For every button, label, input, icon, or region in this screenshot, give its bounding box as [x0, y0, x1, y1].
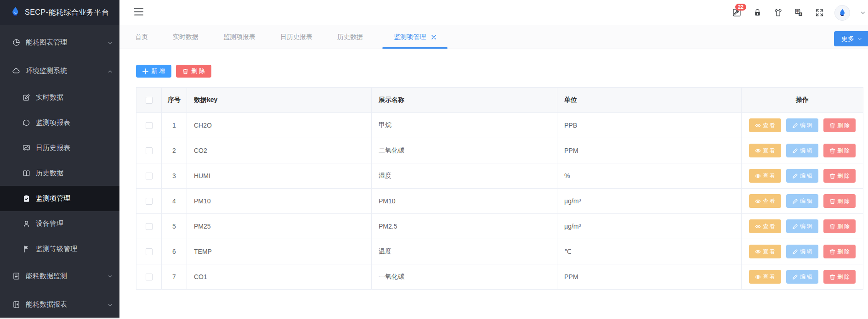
row-delete-button[interactable]: 删除 [823, 270, 856, 284]
row-actions-cell: 查看编辑删除 [742, 264, 863, 290]
row-edit-button[interactable]: 编辑 [786, 219, 818, 233]
tab-home[interactable]: 首页 [130, 25, 153, 49]
row-checkbox[interactable] [146, 147, 153, 154]
row-edit-button[interactable]: 编辑 [786, 270, 818, 284]
row-checkbox[interactable] [146, 223, 153, 230]
row-delete-button[interactable]: 删除 [823, 194, 856, 208]
sidebar-item-history-data[interactable]: 历史数据 [0, 161, 119, 186]
row-view-button[interactable]: 查看 [749, 219, 781, 233]
eye-icon [755, 224, 761, 229]
row-edit-button[interactable]: 编辑 [786, 144, 818, 157]
row-view-button[interactable]: 查看 [749, 245, 781, 258]
sidebar-menu: 能耗图表管理环境监测系统实时数据监测项报表日历史报表历史数据监测项管理设备管理监… [0, 25, 119, 319]
theme-tshirt-icon[interactable] [772, 7, 783, 18]
row-key-cell: CO2 [187, 138, 372, 163]
fullscreen-icon[interactable] [814, 7, 825, 18]
eye-icon [755, 123, 761, 129]
chat-bubble-icon [22, 118, 31, 127]
chevron-down-icon [107, 273, 113, 279]
sidebar-item-monitor-level-mgmt[interactable]: 监测等级管理 [0, 236, 119, 262]
row-checkbox[interactable] [146, 173, 153, 179]
sidebar-item-monitor-item-report[interactable]: 监测项报表 [0, 110, 119, 135]
row-key-cell: TEMP [187, 239, 372, 264]
page-content: 新增 删除 序号数据key展示名称单位操作 1CH2O甲烷PPB查看编辑删除2C… [119, 49, 868, 319]
row-checkbox[interactable] [146, 122, 153, 129]
trash-icon [829, 198, 835, 204]
add-button[interactable]: 新增 [136, 65, 171, 78]
sidebar-item-device-mgmt[interactable]: 设备管理 [0, 211, 119, 236]
eye-icon [755, 173, 761, 179]
sidebar-item-label: 能耗数据报表 [26, 300, 107, 309]
sidebar-item-realtime-data[interactable]: 实时数据 [0, 85, 119, 110]
row-unit-cell: % [557, 163, 742, 189]
tab-strip: 首页实时数据监测项报表日历史报表历史数据监测项管理 更多 [119, 25, 868, 49]
sidebar-item-energy-data-report[interactable]: 能耗数据报表 [0, 290, 119, 319]
eye-icon [755, 198, 761, 204]
user-menu-chevron-down-icon[interactable] [860, 10, 866, 16]
user-avatar[interactable] [834, 5, 850, 21]
row-unit-cell: PPB [557, 113, 742, 138]
person-icon [22, 219, 31, 228]
row-checkbox[interactable] [146, 198, 153, 205]
tab-history-data[interactable]: 历史数据 [332, 25, 369, 49]
close-tab-icon[interactable] [431, 35, 436, 39]
sidebar-item-label: 历史数据 [36, 169, 113, 178]
chevron-up-icon [107, 68, 113, 74]
trash-icon [829, 224, 835, 229]
sidebar-item-env-monitor-system[interactable]: 环境监测系统 [0, 56, 119, 85]
delete-button[interactable]: 删除 [176, 65, 211, 78]
row-delete-button[interactable]: 删除 [823, 169, 856, 183]
message-tools-icon[interactable]: 22 [731, 7, 742, 18]
sidebar-item-energy-data-monitor[interactable]: 能耗数据监测 [0, 262, 119, 290]
row-checkbox[interactable] [146, 248, 153, 255]
svg-text:A: A [799, 13, 801, 16]
row-delete-button[interactable]: 删除 [823, 219, 856, 233]
row-checkbox[interactable] [146, 274, 153, 280]
row-view-button[interactable]: 查看 [749, 169, 781, 183]
row-view-button[interactable]: 查看 [749, 118, 781, 132]
sidebar-item-label: 环境监测系统 [26, 67, 107, 75]
sidebar-item-label: 实时数据 [36, 93, 113, 102]
tab-monitor-item-mgmt[interactable]: 监测项管理 [382, 25, 448, 49]
tab-monitor-item-report[interactable]: 监测项报表 [218, 25, 261, 49]
tab-realtime-data[interactable]: 实时数据 [167, 25, 204, 49]
row-delete-button[interactable]: 删除 [823, 144, 856, 157]
menu-toggle-icon[interactable] [134, 8, 144, 17]
lock-screen-icon[interactable] [752, 7, 763, 18]
pencil-icon [792, 123, 798, 129]
row-delete-button[interactable]: 删除 [823, 118, 856, 132]
row-edit-button[interactable]: 编辑 [786, 245, 818, 258]
row-edit-button[interactable]: 编辑 [786, 194, 818, 208]
row-key-cell: PM25 [187, 214, 372, 239]
row-name-cell: PM2.5 [372, 214, 557, 239]
svg-text:中: 中 [796, 9, 799, 13]
row-delete-button[interactable]: 删除 [823, 245, 856, 258]
more-button[interactable]: 更多 [834, 31, 868, 46]
sidebar-item-label: 监测项报表 [36, 118, 113, 127]
row-actions-cell: 查看编辑删除 [742, 239, 863, 264]
row-actions-cell: 查看编辑删除 [742, 189, 863, 214]
sidebar-item-label: 能耗图表管理 [26, 38, 107, 47]
table-row: 4PM10PM10µg/m³查看编辑删除 [136, 189, 863, 214]
row-edit-button[interactable]: 编辑 [786, 118, 818, 132]
tab-daily-history-report[interactable]: 日历史报表 [275, 25, 318, 49]
pie-chart-icon [12, 38, 21, 47]
row-view-button[interactable]: 查看 [749, 270, 781, 284]
monitor-items-table: 序号数据key展示名称单位操作 1CH2O甲烷PPB查看编辑删除2CO2二氧化碳… [136, 87, 863, 290]
select-all-checkbox[interactable] [146, 97, 153, 104]
sidebar-item-daily-history-report[interactable]: 日历史报表 [0, 135, 119, 161]
pencil-icon [792, 274, 798, 280]
chevron-down-icon [107, 39, 113, 45]
row-actions-cell: 查看编辑删除 [742, 163, 863, 189]
row-view-button[interactable]: 查看 [749, 194, 781, 208]
row-edit-button[interactable]: 编辑 [786, 169, 818, 183]
doc-lines-icon [12, 272, 21, 280]
table-row: 1CH2O甲烷PPB查看编辑删除 [136, 113, 863, 138]
open-tabs: 首页实时数据监测项报表日历史报表历史数据监测项管理 [130, 25, 461, 49]
sidebar-item-label: 监测等级管理 [36, 245, 113, 253]
row-view-button[interactable]: 查看 [749, 144, 781, 157]
trash-icon [829, 123, 835, 129]
sidebar-item-monitor-item-mgmt[interactable]: 监测项管理 [0, 186, 119, 211]
translate-language-icon[interactable]: 中A [793, 7, 804, 18]
sidebar-item-energy-chart-mgmt[interactable]: 能耗图表管理 [0, 28, 119, 56]
